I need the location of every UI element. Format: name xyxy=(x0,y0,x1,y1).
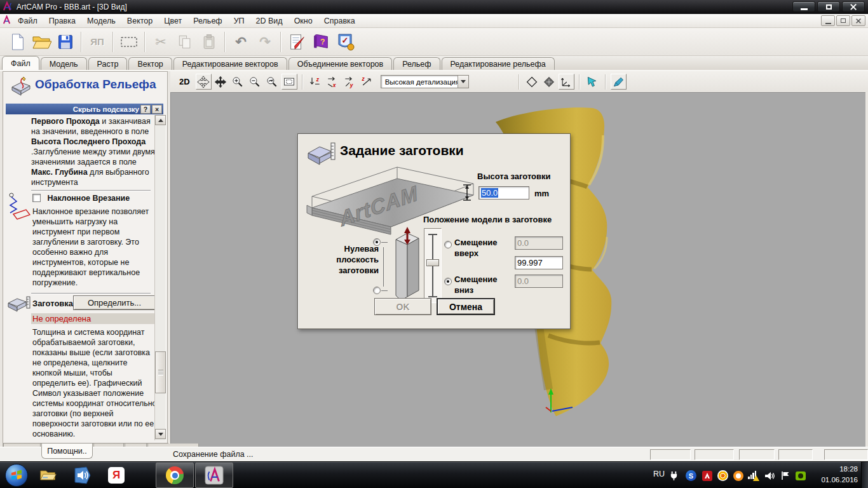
tray-orange-app-icon[interactable] xyxy=(733,470,743,481)
tray-network-icon[interactable] xyxy=(748,470,759,481)
paste-button[interactable] xyxy=(197,30,221,54)
slider-thumb[interactable] xyxy=(426,259,439,266)
menu-file[interactable]: Файл xyxy=(12,14,43,27)
language-indicator[interactable]: RU xyxy=(653,470,665,478)
define-stock-button[interactable]: Определить... xyxy=(73,295,156,310)
zoom-objects-button[interactable] xyxy=(264,74,280,90)
tray-sputnik-icon[interactable]: S xyxy=(686,470,696,481)
dropdown-arrow-button[interactable] xyxy=(458,76,468,88)
tab-file[interactable]: Файл xyxy=(2,56,39,70)
offset-mid-input[interactable]: 99.997 xyxy=(515,256,563,269)
view-down-z-button[interactable]: z xyxy=(308,74,323,90)
open-model-button[interactable] xyxy=(29,30,53,54)
ramp-checkbox[interactable] xyxy=(32,194,41,202)
help-book-button[interactable]: ? xyxy=(309,30,333,54)
menu-edit[interactable]: Правка xyxy=(43,14,81,27)
radio-tick-top xyxy=(381,242,388,243)
hint-text: Первого Прохода xyxy=(31,117,100,126)
offset-up-input[interactable]: 0.0 xyxy=(515,236,563,250)
copy-button[interactable] xyxy=(173,30,197,54)
pan-tool-button[interactable] xyxy=(196,74,212,90)
restore-button[interactable] xyxy=(817,1,840,12)
view-along-y-button[interactable]: y xyxy=(342,74,358,90)
tray-adobe-icon[interactable] xyxy=(702,470,712,481)
tab-vector[interactable]: Вектор xyxy=(128,57,172,70)
panel-scrollbar[interactable] xyxy=(154,115,165,440)
redo-button[interactable]: ↷ xyxy=(253,30,277,54)
zoom-in-button[interactable] xyxy=(230,74,246,90)
hint-close-button[interactable]: × xyxy=(152,105,162,114)
menu-vector[interactable]: Вектор xyxy=(121,14,158,27)
notes-button[interactable] xyxy=(285,30,309,54)
detail-level-dropdown[interactable]: Высокая детализация xyxy=(381,75,469,88)
tab-vector-editing[interactable]: Редактирование векторов xyxy=(173,57,287,70)
tray-power-icon[interactable] xyxy=(668,470,679,481)
menu-relief[interactable]: Рельеф xyxy=(187,14,227,27)
close-button[interactable] xyxy=(842,1,865,12)
tray-nvidia-icon[interactable] xyxy=(795,470,806,481)
menu-colour[interactable]: Цвет xyxy=(158,14,187,27)
child-minimize-button[interactable] xyxy=(821,15,835,26)
show-desktop-button[interactable] xyxy=(861,462,868,488)
new-model-button[interactable] xyxy=(5,30,29,54)
ok-button[interactable]: OK xyxy=(374,298,431,315)
offset-down-radio[interactable] xyxy=(444,278,452,285)
explorer-taskbar-icon[interactable] xyxy=(39,466,57,484)
tab-relief[interactable]: Рельеф xyxy=(393,57,440,70)
start-button[interactable] xyxy=(5,464,28,487)
cancel-button[interactable]: Отмена xyxy=(437,298,495,315)
zero-bottom-radio[interactable] xyxy=(373,287,381,294)
tab-relief-editing[interactable]: Редактирование рельефа xyxy=(442,57,555,70)
zoom-out-button[interactable] xyxy=(247,74,263,90)
tab-assistant[interactable]: Помощни.. xyxy=(41,444,93,459)
select-area-button[interactable] xyxy=(117,30,141,54)
cut-button[interactable]: ✂ xyxy=(149,30,173,54)
svg-text:?: ? xyxy=(320,37,325,46)
select-cursor-button[interactable] xyxy=(585,74,600,90)
assistant-title: Обработка Рельефа xyxy=(35,78,156,92)
tray-flower-icon[interactable] xyxy=(717,470,728,481)
drag-tool-button[interactable] xyxy=(213,74,229,90)
shaded-toggle-button[interactable] xyxy=(541,74,557,90)
volume-mixer-taskbar-icon[interactable] xyxy=(74,466,92,484)
scissors-icon: ✂ xyxy=(155,35,166,48)
menu-help[interactable]: Справка xyxy=(318,14,361,27)
position-slider[interactable] xyxy=(424,228,442,303)
tab-model[interactable]: Модель xyxy=(41,57,87,70)
taskbar-clock[interactable]: 18:28 01.06.2016 xyxy=(821,464,858,485)
offset-up-radio[interactable] xyxy=(444,241,452,248)
wireframe-toggle-button[interactable] xyxy=(524,74,540,90)
tab-vector-merging[interactable]: Объединение векторов xyxy=(288,57,393,70)
minimize-button[interactable] xyxy=(792,1,815,12)
tray-action-center-icon[interactable] xyxy=(780,470,790,481)
switch-2d-button[interactable]: 2D xyxy=(179,77,190,86)
undo-button[interactable]: ↶ xyxy=(229,30,253,54)
wizard-button[interactable]: ✓ xyxy=(333,30,357,54)
chrome-taskbar-button[interactable] xyxy=(156,463,194,488)
hide-hint-label[interactable]: Скрыть подсказку xyxy=(73,105,139,113)
offset-down-input[interactable]: 0.0 xyxy=(515,274,563,288)
tray-volume-icon[interactable] xyxy=(764,470,775,481)
record-toolpath-button[interactable]: ЯП xyxy=(85,30,109,54)
menu-2d-view[interactable]: 2D Вид xyxy=(250,14,288,27)
artcam-taskbar-button[interactable] xyxy=(195,463,233,488)
sculpt-tool-button[interactable] xyxy=(611,74,627,90)
scroll-down-button[interactable] xyxy=(155,429,166,439)
view-iso-button[interactable]: z xyxy=(359,74,375,90)
menu-toolpaths[interactable]: УП xyxy=(228,14,250,27)
menu-model[interactable]: Модель xyxy=(81,14,121,27)
stock-height-input[interactable]: 50.0 xyxy=(478,186,529,200)
yandex-taskbar-icon[interactable]: Я xyxy=(108,467,126,485)
child-close-button[interactable] xyxy=(851,15,865,26)
axes-toggle-button[interactable] xyxy=(559,74,574,90)
child-restore-button[interactable] xyxy=(836,15,850,26)
zero-top-radio[interactable] xyxy=(373,238,381,246)
menu-window[interactable]: Окно xyxy=(288,14,318,27)
save-model-button[interactable] xyxy=(53,30,78,54)
scroll-up-button[interactable] xyxy=(155,115,166,125)
fit-view-button[interactable] xyxy=(281,74,297,90)
hint-help-button[interactable]: ? xyxy=(140,105,151,114)
view-along-x-button[interactable]: x xyxy=(325,74,341,90)
scroll-thumb[interactable] xyxy=(155,351,166,393)
tab-bitmap[interactable]: Растр xyxy=(88,57,128,70)
